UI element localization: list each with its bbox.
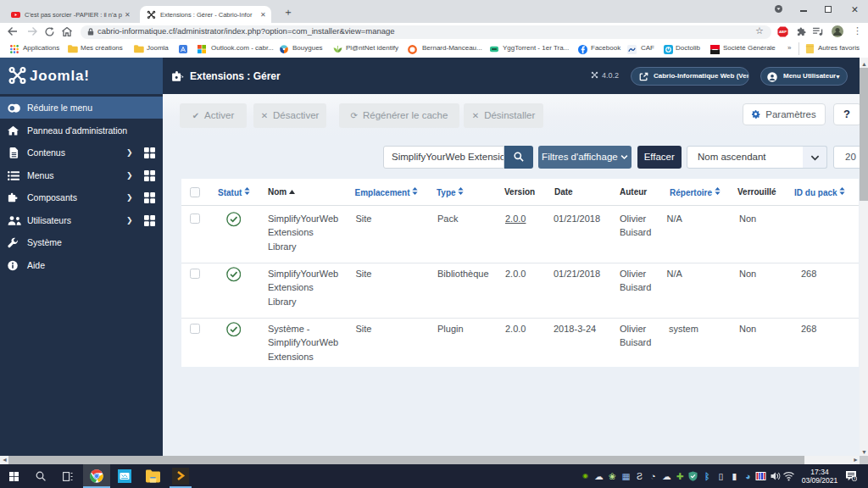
svg-text:ABP: ABP [779, 30, 787, 34]
